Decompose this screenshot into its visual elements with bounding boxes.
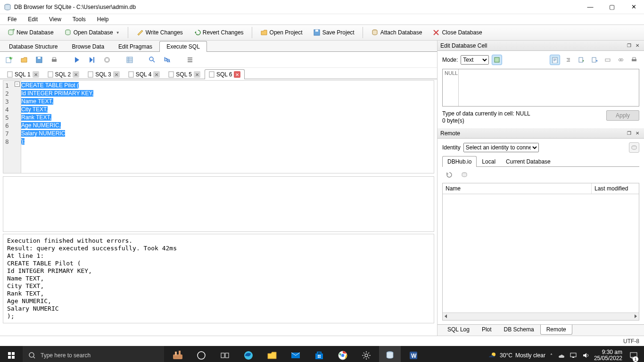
weather-widget[interactable]: 30°C Mostly clear	[487, 351, 545, 360]
minimize-button[interactable]: —	[584, 3, 597, 10]
close-panel-icon[interactable]: ✕	[634, 130, 641, 137]
column-last-modified[interactable]: Last modified	[592, 183, 639, 194]
close-tab-icon[interactable]: ✕	[234, 71, 240, 78]
close-tab-icon[interactable]: ✕	[113, 71, 120, 78]
menu-view[interactable]: View	[44, 15, 66, 24]
revert-changes-button[interactable]: Revert Changes	[189, 27, 248, 38]
close-button[interactable]: ✕	[627, 3, 640, 10]
close-tab-icon[interactable]: ✕	[73, 71, 79, 78]
bottom-tab-remote[interactable]: Remote	[540, 325, 572, 335]
indent-button[interactable]	[184, 54, 196, 66]
identity-select[interactable]: Select an identity to connect	[463, 143, 539, 152]
menu-file[interactable]: File	[3, 15, 21, 24]
bottom-tab-db-schema[interactable]: DB Schema	[498, 325, 540, 335]
attach-database-button[interactable]: Attach Database	[367, 27, 427, 38]
mode-select[interactable]: Text	[461, 55, 489, 65]
close-tab-icon[interactable]: ✕	[33, 71, 39, 78]
output-log-pane[interactable]: Execution finished without errors. Resul…	[3, 234, 434, 323]
import-icon[interactable]	[576, 55, 586, 65]
link-icon[interactable]	[616, 55, 626, 65]
sql-tab-1[interactable]: SQL 1✕	[3, 69, 43, 79]
open-project-button[interactable]: Open Project	[256, 27, 307, 38]
tray-volume-icon[interactable]	[582, 352, 589, 359]
remote-tab-current[interactable]: Current Database	[501, 156, 556, 167]
print-cell-icon[interactable]	[629, 55, 639, 65]
taskbar-taskview-icon[interactable]	[214, 346, 236, 362]
taskbar-search[interactable]: Type here to search	[23, 346, 164, 362]
set-null-icon[interactable]	[603, 55, 613, 65]
revert-changes-label: Revert Changes	[203, 29, 244, 36]
notification-center-icon[interactable]: 1	[627, 346, 640, 362]
tray-onedrive-icon[interactable]	[557, 352, 565, 359]
tray-chevron-icon[interactable]: ˄	[550, 353, 553, 358]
text-mode-icon[interactable]	[550, 55, 560, 65]
tab-database-structure[interactable]: Database Structure	[2, 41, 65, 52]
save-sql-button[interactable]	[33, 54, 45, 66]
fold-toggle[interactable]: −	[15, 82, 20, 87]
tab-execute-sql[interactable]: Execute SQL	[159, 41, 207, 52]
auto-format-icon[interactable]	[492, 55, 502, 65]
undock-panel-icon[interactable]: ❐	[625, 42, 633, 49]
editor-code[interactable]: CREATE TABLE Pilot ( Id INTEGER PRIMARY …	[21, 81, 434, 173]
menu-tools[interactable]: Tools	[68, 15, 91, 24]
write-changes-button[interactable]: Write Changes	[132, 27, 187, 38]
taskbar-clock[interactable]: 9:30 am 25/05/2022	[594, 349, 622, 362]
taskbar-word-icon[interactable]: W	[403, 346, 424, 362]
taskbar-store-icon[interactable]	[308, 346, 330, 362]
clone-db-icon[interactable]	[460, 171, 469, 179]
tray-network-icon[interactable]	[570, 352, 577, 359]
sql-tab-6[interactable]: SQL 6✕	[205, 69, 245, 79]
stop-sql-button[interactable]	[101, 54, 113, 66]
remote-tab-dbhub[interactable]: DBHub.io	[442, 156, 477, 167]
undock-panel-icon[interactable]: ❐	[625, 130, 633, 137]
taskbar-mail-icon[interactable]	[285, 346, 306, 362]
new-sql-tab-button[interactable]: +	[3, 54, 15, 66]
remote-tab-local[interactable]: Local	[477, 156, 501, 167]
start-button[interactable]	[0, 346, 23, 362]
tab-edit-pragmas[interactable]: Edit Pragmas	[111, 41, 159, 52]
column-name[interactable]: Name	[443, 183, 592, 194]
svg-rect-23	[88, 72, 93, 77]
close-tab-icon[interactable]: ✕	[153, 71, 160, 78]
sql-tab-4[interactable]: SQL 4✕	[124, 69, 165, 79]
bottom-tab-plot[interactable]: Plot	[476, 325, 498, 335]
execute-sql-button[interactable]	[71, 54, 83, 66]
bottom-tab-sql-log[interactable]: SQL Log	[441, 325, 476, 335]
execute-line-button[interactable]	[86, 54, 98, 66]
manage-identity-icon[interactable]	[629, 142, 639, 153]
horizontal-scrollbar[interactable]	[443, 313, 639, 320]
taskbar-explorer-icon[interactable]	[261, 346, 283, 362]
menu-edit[interactable]: Edit	[23, 15, 42, 24]
maximize-button[interactable]: ▢	[605, 3, 619, 10]
taskbar-chrome-icon[interactable]	[332, 346, 354, 362]
sql-tab-3[interactable]: SQL 3✕	[83, 69, 124, 79]
sql-tab-2[interactable]: SQL 2✕	[43, 69, 84, 79]
apply-button[interactable]: Apply	[606, 110, 639, 121]
tab-browse-data[interactable]: Browse Data	[65, 41, 111, 52]
find-button[interactable]	[146, 54, 158, 66]
open-sql-file-button[interactable]	[18, 54, 30, 66]
refresh-icon[interactable]	[445, 171, 454, 179]
new-database-button[interactable]: + New Database	[3, 27, 58, 38]
save-results-button[interactable]	[124, 54, 136, 66]
taskbar-edge-icon[interactable]	[238, 346, 259, 362]
cell-editor[interactable]: NULL	[442, 69, 639, 107]
sql-tab-5[interactable]: SQL 5✕	[164, 69, 205, 79]
export-icon[interactable]	[589, 55, 600, 65]
taskbar-widget[interactable]	[167, 346, 189, 362]
sql-editor[interactable]: − 12345678 CREATE TABLE Pilot ( Id INTEG…	[3, 80, 434, 173]
taskbar-dbbrowser-icon[interactable]	[379, 346, 401, 362]
close-panel-icon[interactable]: ✕	[634, 42, 641, 49]
taskbar-cortana-icon[interactable]	[190, 346, 212, 362]
print-sql-button[interactable]	[48, 54, 60, 66]
taskbar-settings-icon[interactable]	[355, 346, 377, 362]
open-database-button[interactable]: Open Database ▼	[60, 27, 124, 38]
close-tab-icon[interactable]: ✕	[194, 71, 200, 78]
results-grid-pane[interactable]	[3, 176, 434, 232]
remote-db-list[interactable]: Name Last modified	[442, 183, 639, 321]
close-database-button[interactable]: Close Database	[428, 27, 486, 38]
save-project-button[interactable]: Save Project	[309, 27, 359, 38]
find-replace-button[interactable]: ba	[161, 54, 173, 66]
rtl-mode-icon[interactable]	[563, 55, 573, 65]
menu-help[interactable]: Help	[92, 15, 114, 24]
